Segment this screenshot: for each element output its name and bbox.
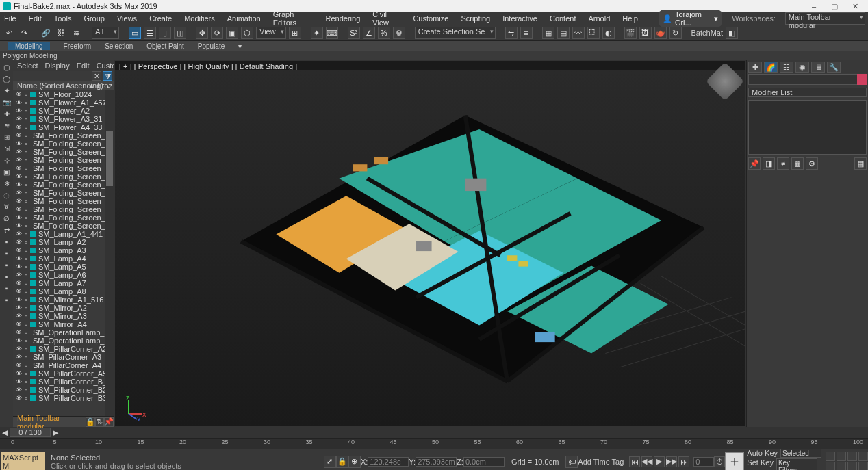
visibility-icon[interactable]: 👁 <box>16 378 22 385</box>
curve-editor-icon[interactable]: 〰 <box>572 27 585 39</box>
object-color-swatch[interactable] <box>857 74 867 85</box>
filter-bones-icon[interactable]: ⊹ <box>1 155 12 166</box>
refcoord-dropdown[interactable]: View <box>256 27 286 39</box>
zoom-all-icon[interactable] <box>826 462 835 470</box>
list-item[interactable]: 👁◦SM_Lamp_A5 <box>13 263 114 271</box>
keymode-dropdown[interactable]: Selected <box>780 449 821 458</box>
selection-lock-icon[interactable]: 🔒 <box>336 456 348 468</box>
undo-icon[interactable]: ↶ <box>3 27 15 39</box>
mirror-icon[interactable]: ⇋ <box>505 27 518 39</box>
layer-explorer-icon[interactable]: ▦ <box>542 27 554 39</box>
visibility-icon[interactable]: 👁 <box>16 157 22 164</box>
list-item[interactable]: 👁◦SM_Folding_Screen_B1_492 <box>13 164 114 172</box>
ribbon-tab-freeform[interactable]: Freeform <box>64 42 92 50</box>
list-item[interactable]: 👁◦SM_Lamp_A2 <box>13 238 114 246</box>
visibility-icon[interactable]: 👁 <box>16 255 22 262</box>
list-item[interactable]: 👁◦SM_Folding_Screen_B5 <box>13 197 114 205</box>
filter-xrefs-icon[interactable]: ⇲ <box>1 143 12 154</box>
se-lock-icon[interactable]: 🔒 <box>86 417 95 427</box>
schematic-view-icon[interactable]: ⿻ <box>587 27 600 39</box>
filter-more1-icon[interactable]: ▪ <box>1 236 12 247</box>
manipulate-icon[interactable]: ✦ <box>311 27 323 39</box>
scale-icon[interactable]: ▣ <box>226 27 238 39</box>
move-icon[interactable]: ✥ <box>196 27 208 39</box>
list-item[interactable]: 👁◦SM_Folding_Screen_A1_330 <box>13 131 114 140</box>
menu-animation[interactable]: Animation <box>226 14 262 23</box>
list-item[interactable]: 👁◦SM_Lamp_A4 <box>13 254 114 263</box>
filter-invert-icon[interactable]: ⇄ <box>1 224 12 235</box>
menu-arnold[interactable]: Arnold <box>587 14 611 23</box>
menu-modifiers[interactable]: Modifiers <box>183 14 216 23</box>
visibility-icon[interactable]: 👁 <box>16 321 22 328</box>
timeslider-prev-icon[interactable]: ◀ <box>0 428 10 437</box>
render-production-icon[interactable]: 🫖 <box>654 27 667 39</box>
minimize-button[interactable]: – <box>804 2 824 10</box>
menu-file[interactable]: File <box>3 14 18 23</box>
se-column-header-frozen[interactable]: ▲ Froz <box>88 81 112 90</box>
ribbon-expand-icon[interactable]: ▾ <box>238 42 242 50</box>
visibility-icon[interactable]: 👁 <box>16 148 22 155</box>
show-end-result-icon[interactable]: ◨ <box>763 157 775 170</box>
snap-s3-icon[interactable]: S³ <box>348 27 360 39</box>
list-item[interactable]: 👁◦SM_Mirror_A2 <box>13 304 114 312</box>
se-scrollbar[interactable] <box>105 90 114 416</box>
list-item[interactable]: 👁◦SM_Folding_Screen_B3_477 <box>13 181 114 189</box>
list-item[interactable]: 👁◦SM_Mirror_A4 <box>13 320 114 328</box>
list-item[interactable]: 👁◦SM_Flower_A2 <box>13 107 114 115</box>
cp-hierarchy-icon[interactable]: ☷ <box>780 62 793 73</box>
select-object-icon[interactable]: ▭ <box>129 27 141 39</box>
visibility-icon[interactable]: 👁 <box>16 173 22 180</box>
unlink-icon[interactable]: ⛓ <box>55 27 67 39</box>
list-item[interactable]: 👁◦SM_Flower_A1_457 <box>13 99 114 107</box>
menu-content[interactable]: Content <box>548 14 578 23</box>
close-button[interactable]: ✕ <box>845 2 865 11</box>
menu-customize[interactable]: Customize <box>411 14 450 23</box>
list-item[interactable]: 👁◦SM_PillarCorner_A5 <box>13 369 114 378</box>
visibility-icon[interactable]: 👁 <box>16 198 22 205</box>
list-item[interactable]: 👁◦SM_Mirror_A3 <box>13 312 114 320</box>
cp-motion-icon[interactable]: ◉ <box>795 62 809 73</box>
cp-create-icon[interactable]: ✚ <box>748 62 762 73</box>
list-item[interactable]: 👁◦SM_PillarCorner_A2 <box>13 345 114 353</box>
viewport-render[interactable] <box>115 70 745 426</box>
zoom-extents-icon[interactable] <box>847 452 857 461</box>
se-clear-search-icon[interactable]: ✕ <box>92 71 101 81</box>
menu-help[interactable]: Help <box>621 14 639 23</box>
pan-icon[interactable] <box>826 452 835 461</box>
list-item[interactable]: 👁◦SM_Folding_Screen_A2 <box>13 140 114 148</box>
filter-more5-icon[interactable]: ▪ <box>1 283 12 293</box>
fov-icon[interactable] <box>858 452 868 461</box>
render-framebuffer-icon[interactable]: 🖼 <box>639 27 652 39</box>
se-menu-select[interactable]: Select <box>17 62 38 70</box>
bind-icon[interactable]: ≋ <box>70 27 82 39</box>
time-slider[interactable]: ◀ 0 / 100 ▶ <box>0 427 868 438</box>
visibility-icon[interactable]: 👁 <box>16 239 22 246</box>
visibility-icon[interactable]: 👁 <box>16 272 22 278</box>
filter-lights-icon[interactable]: ✦ <box>1 85 12 96</box>
visibility-icon[interactable]: 👁 <box>16 288 22 295</box>
filter-spacewarp-icon[interactable]: ≋ <box>1 120 12 131</box>
keyboard-shortcut-icon[interactable]: ⌨ <box>326 27 338 39</box>
visibility-icon[interactable]: 👁 <box>16 124 22 131</box>
user-chip[interactable]: 👤Torajom Gri...▾ <box>659 10 722 27</box>
time-config-icon[interactable]: ⏱ <box>714 456 725 467</box>
menu-tools[interactable]: Tools <box>53 14 73 23</box>
visibility-icon[interactable]: 👁 <box>16 362 22 369</box>
viewport-label[interactable]: [ + ] [ Perspective ] [ High Quality ] [… <box>115 61 745 70</box>
prev-frame-icon[interactable]: ◀◀ <box>641 456 652 467</box>
visibility-icon[interactable]: 👁 <box>16 107 22 114</box>
maximize-viewport-icon[interactable] <box>858 462 868 470</box>
walk-icon[interactable] <box>847 462 857 470</box>
modifier-stack[interactable] <box>748 100 867 155</box>
filter-geometry-icon[interactable]: ▢ <box>1 62 12 73</box>
list-item[interactable]: 👁◦SM_Flower_A4_33 <box>13 123 114 131</box>
coord-y-field[interactable]: 275.093cm <box>416 457 457 467</box>
maxscript-listener[interactable]: MAXScript Mi <box>1 452 45 471</box>
se-menu-display[interactable]: Display <box>45 62 70 70</box>
make-unique-icon[interactable]: ≠ <box>777 157 789 170</box>
visibility-icon[interactable]: 👁 <box>16 116 22 122</box>
batchmat-label[interactable]: BatchMat <box>691 29 723 37</box>
cp-modify-icon[interactable]: 🌈 <box>764 62 778 73</box>
timeline-ruler[interactable]: 0510152025303540455055606570758085909510… <box>0 438 868 449</box>
filter-helpers-icon[interactable]: ✚ <box>1 108 12 119</box>
